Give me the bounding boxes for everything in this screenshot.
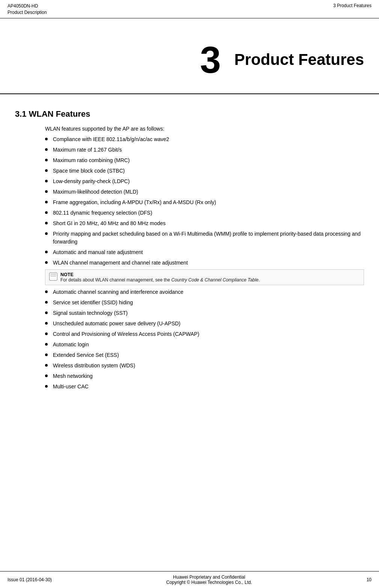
list-item-text: Low-density parity-check (LDPC)	[53, 177, 130, 185]
list-item-text: Control and Provisioning of Wireless Acc…	[53, 330, 199, 338]
bullet-list-before-note: Compliance with IEEE 802.11a/b/g/n/ac/ac…	[45, 135, 364, 267]
list-item-text: Service set identifier (SSID) hiding	[53, 299, 133, 307]
page-header: AP4050DN-HD Product Description 3 Produc…	[0, 0, 379, 18]
bullet-dot	[45, 190, 48, 193]
note-italic-text: Country Code & Channel Compliance Table	[171, 277, 259, 283]
header-section: 3 Product Features	[333, 3, 371, 8]
list-item-text: Signal sustain technology (SST)	[53, 309, 128, 317]
bullet-dot	[45, 180, 48, 182]
list-item-text: Multi-user CAC	[53, 383, 89, 391]
bullet-dot	[45, 353, 48, 356]
bullet-dot	[45, 301, 48, 304]
note-text-before: For details about WLAN channel managemen…	[60, 277, 171, 283]
footer-center-line2: Copyright © Huawei Technologies Co., Ltd…	[52, 580, 367, 585]
list-item-text: Maximum-likelihood detection (MLD)	[53, 188, 138, 196]
list-item: Maximum ratio combining (MRC)	[45, 156, 364, 164]
footer-right: 10	[367, 577, 371, 582]
bullet-dot	[45, 211, 48, 214]
list-item-text: Space time block code (STBC)	[53, 167, 125, 175]
note-box: NOTE For details about WLAN channel mana…	[45, 269, 364, 285]
list-item: Signal sustain technology (SST)	[45, 309, 364, 317]
list-item-text: Mesh networking	[53, 372, 93, 380]
header-doc-type: Product Description	[8, 9, 47, 16]
footer-center: Huawei Proprietary and Confidential Copy…	[52, 574, 367, 585]
bullet-list-after-note: Automatic channel scanning and interfere…	[45, 288, 364, 391]
bullet-dot	[45, 251, 48, 253]
list-item: Low-density parity-check (LDPC)	[45, 177, 364, 185]
list-item: Automatic channel scanning and interfere…	[45, 288, 364, 296]
list-item-text: WLAN channel management and channel rate…	[53, 259, 188, 267]
section-title: 3.1 WLAN Features	[15, 109, 364, 119]
list-item-text: Extended Service Set (ESS)	[53, 351, 119, 359]
list-item: Control and Provisioning of Wireless Acc…	[45, 330, 364, 338]
list-item-text: Maximum ratio combining (MRC)	[53, 156, 130, 164]
list-item-text: Automatic channel scanning and interfere…	[53, 288, 183, 296]
bullet-dot	[45, 311, 48, 314]
list-item-text: Maximum rate of 1.267 Gbit/s	[53, 146, 122, 154]
list-item: WLAN channel management and channel rate…	[45, 259, 364, 267]
header-product-model: AP4050DN-HD	[8, 3, 47, 9]
list-item: Compliance with IEEE 802.11a/b/g/n/ac/ac…	[45, 135, 364, 143]
header-left: AP4050DN-HD Product Description	[8, 3, 47, 16]
bullet-dot	[45, 374, 48, 377]
bullet-dot	[45, 343, 48, 346]
header-right: 3 Product Features	[333, 3, 371, 8]
list-item: Frame aggregation, including A-MPDU (Tx/…	[45, 199, 364, 206]
list-item: Service set identifier (SSID) hiding	[45, 299, 364, 307]
list-item: Priority mapping and packet scheduling b…	[45, 230, 364, 246]
list-item-text: Automatic login	[53, 341, 89, 349]
chapter-heading-section: 3 Product Features	[0, 18, 379, 94]
list-item: Extended Service Set (ESS)	[45, 351, 364, 359]
main-content: 3.1 WLAN Features WLAN features supporte…	[0, 109, 379, 416]
footer-center-line1: Huawei Proprietary and Confidential	[52, 574, 367, 580]
intro-text: WLAN features supported by the AP are as…	[45, 126, 364, 132]
bullet-dot	[45, 201, 48, 203]
note-text-after: .	[259, 277, 260, 283]
list-item: Automatic and manual rate adjustment	[45, 248, 364, 256]
bullet-dot	[45, 290, 48, 293]
list-item: Mesh networking	[45, 372, 364, 380]
chapter-title: Product Features	[235, 51, 364, 69]
list-item: Maximum rate of 1.267 Gbit/s	[45, 146, 364, 154]
list-item-text: Short GI in 20 MHz, 40 MHz and 80 MHz mo…	[53, 220, 165, 227]
list-item: Unscheduled automatic power save deliver…	[45, 320, 364, 328]
bullet-dot	[45, 332, 48, 335]
list-item: Automatic login	[45, 341, 364, 349]
bullet-dot	[45, 159, 48, 161]
note-text: For details about WLAN channel managemen…	[60, 277, 360, 283]
page-footer: Issue 01 (2016-04-30) Huawei Proprietary…	[0, 571, 379, 588]
chapter-number: 3	[200, 41, 221, 78]
list-item: Space time block code (STBC)	[45, 167, 364, 175]
bullet-dot	[45, 169, 48, 172]
note-label: NOTE	[60, 272, 360, 277]
bullet-dot	[45, 148, 48, 151]
bullet-dot	[45, 232, 48, 235]
note-content: NOTE For details about WLAN channel mana…	[60, 272, 360, 283]
bullet-dot	[45, 138, 48, 140]
list-item: Maximum-likelihood detection (MLD)	[45, 188, 364, 196]
list-item-text: 802.11 dynamic frequency selection (DFS)	[53, 209, 152, 217]
list-item: Wireless distribution system (WDS)	[45, 362, 364, 370]
bullet-dot	[45, 222, 48, 224]
bullet-dot	[45, 322, 48, 325]
list-item-text: Unscheduled automatic power save deliver…	[53, 320, 180, 328]
chapter-title-row: 3 Product Features	[15, 41, 364, 78]
list-item-text: Frame aggregation, including A-MPDU (Tx/…	[53, 199, 216, 206]
list-item-text: Compliance with IEEE 802.11a/b/g/n/ac/ac…	[53, 135, 169, 143]
list-item-text: Wireless distribution system (WDS)	[53, 362, 135, 370]
list-item: Multi-user CAC	[45, 383, 364, 391]
note-icon	[49, 272, 57, 281]
bullet-dot	[45, 385, 48, 388]
list-item-text: Priority mapping and packet scheduling b…	[53, 230, 364, 246]
list-item-text: Automatic and manual rate adjustment	[53, 248, 143, 256]
footer-left: Issue 01 (2016-04-30)	[8, 577, 52, 582]
bullet-dot	[45, 261, 48, 264]
bullet-dot	[45, 364, 48, 367]
list-item: 802.11 dynamic frequency selection (DFS)	[45, 209, 364, 217]
list-item: Short GI in 20 MHz, 40 MHz and 80 MHz mo…	[45, 220, 364, 227]
